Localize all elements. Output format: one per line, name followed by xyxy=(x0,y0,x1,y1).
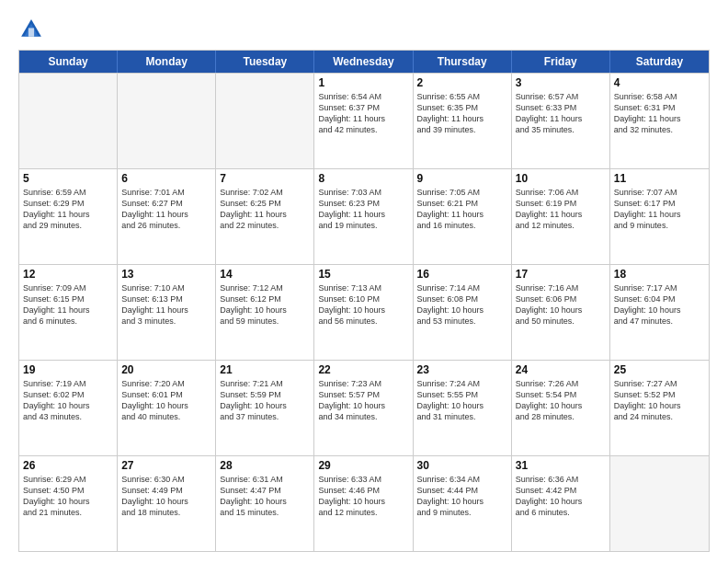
day-number: 21 xyxy=(220,363,310,376)
day-info: Sunrise: 6:54 AM Sunset: 6:37 PM Dayligh… xyxy=(318,91,408,136)
day-number: 16 xyxy=(417,268,507,281)
day-cell-25: 25Sunrise: 7:27 AM Sunset: 5:52 PM Dayli… xyxy=(610,361,709,455)
day-cell-29: 29Sunrise: 6:33 AM Sunset: 4:46 PM Dayli… xyxy=(314,456,413,551)
day-cell-20: 20Sunrise: 7:20 AM Sunset: 6:01 PM Dayli… xyxy=(118,361,216,455)
day-number: 22 xyxy=(318,363,408,376)
empty-cell-r0c0 xyxy=(19,74,118,168)
day-cell-9: 9Sunrise: 7:05 AM Sunset: 6:21 PM Daylig… xyxy=(414,169,512,264)
calendar-header: SundayMondayTuesdayWednesdayThursdayFrid… xyxy=(19,51,709,73)
day-info: Sunrise: 6:33 AM Sunset: 4:46 PM Dayligh… xyxy=(318,474,408,519)
day-info: Sunrise: 7:12 AM Sunset: 6:12 PM Dayligh… xyxy=(220,282,310,327)
day-cell-6: 6Sunrise: 7:01 AM Sunset: 6:27 PM Daylig… xyxy=(118,169,216,264)
day-number: 8 xyxy=(318,172,408,185)
weekday-header-monday: Monday xyxy=(118,51,216,73)
day-number: 11 xyxy=(614,172,705,185)
day-info: Sunrise: 6:59 AM Sunset: 6:29 PM Dayligh… xyxy=(23,187,113,232)
day-info: Sunrise: 6:34 AM Sunset: 4:44 PM Dayligh… xyxy=(417,474,507,519)
empty-cell-r4c6 xyxy=(610,456,709,551)
header xyxy=(18,17,710,42)
weekday-header-tuesday: Tuesday xyxy=(216,51,314,73)
weekday-header-saturday: Saturday xyxy=(610,51,709,73)
calendar-row-5: 26Sunrise: 6:29 AM Sunset: 4:50 PM Dayli… xyxy=(19,455,709,551)
svg-rect-2 xyxy=(28,28,34,36)
day-number: 17 xyxy=(516,268,606,281)
empty-cell-r0c2 xyxy=(216,74,314,168)
day-info: Sunrise: 7:03 AM Sunset: 6:23 PM Dayligh… xyxy=(318,187,408,232)
day-number: 26 xyxy=(23,459,113,472)
day-info: Sunrise: 7:23 AM Sunset: 5:57 PM Dayligh… xyxy=(318,378,408,423)
day-cell-23: 23Sunrise: 7:24 AM Sunset: 5:55 PM Dayli… xyxy=(414,361,512,455)
day-info: Sunrise: 6:31 AM Sunset: 4:47 PM Dayligh… xyxy=(220,474,310,519)
day-number: 20 xyxy=(121,363,211,376)
day-cell-27: 27Sunrise: 6:30 AM Sunset: 4:49 PM Dayli… xyxy=(118,456,216,551)
day-cell-17: 17Sunrise: 7:16 AM Sunset: 6:06 PM Dayli… xyxy=(512,265,610,360)
day-info: Sunrise: 7:16 AM Sunset: 6:06 PM Dayligh… xyxy=(516,282,606,327)
day-info: Sunrise: 7:09 AM Sunset: 6:15 PM Dayligh… xyxy=(23,282,113,327)
day-cell-11: 11Sunrise: 7:07 AM Sunset: 6:17 PM Dayli… xyxy=(610,169,709,264)
day-cell-14: 14Sunrise: 7:12 AM Sunset: 6:12 PM Dayli… xyxy=(216,265,314,360)
day-cell-2: 2Sunrise: 6:55 AM Sunset: 6:35 PM Daylig… xyxy=(414,74,512,168)
logo xyxy=(18,17,48,42)
day-info: Sunrise: 7:13 AM Sunset: 6:10 PM Dayligh… xyxy=(318,282,408,327)
day-info: Sunrise: 7:20 AM Sunset: 6:01 PM Dayligh… xyxy=(121,378,211,423)
day-number: 14 xyxy=(220,268,310,281)
day-info: Sunrise: 6:29 AM Sunset: 4:50 PM Dayligh… xyxy=(23,474,113,519)
day-info: Sunrise: 6:57 AM Sunset: 6:33 PM Dayligh… xyxy=(516,91,606,136)
day-number: 27 xyxy=(121,459,211,472)
day-number: 18 xyxy=(614,268,705,281)
day-cell-15: 15Sunrise: 7:13 AM Sunset: 6:10 PM Dayli… xyxy=(314,265,413,360)
day-info: Sunrise: 7:07 AM Sunset: 6:17 PM Dayligh… xyxy=(614,187,705,232)
day-info: Sunrise: 6:58 AM Sunset: 6:31 PM Dayligh… xyxy=(614,91,705,136)
day-cell-16: 16Sunrise: 7:14 AM Sunset: 6:08 PM Dayli… xyxy=(414,265,512,360)
day-cell-10: 10Sunrise: 7:06 AM Sunset: 6:19 PM Dayli… xyxy=(512,169,610,264)
day-number: 25 xyxy=(614,363,705,376)
day-info: Sunrise: 7:17 AM Sunset: 6:04 PM Dayligh… xyxy=(614,282,705,327)
day-number: 13 xyxy=(121,268,211,281)
day-number: 28 xyxy=(220,459,310,472)
calendar-row-4: 19Sunrise: 7:19 AM Sunset: 6:02 PM Dayli… xyxy=(19,360,709,455)
day-info: Sunrise: 7:01 AM Sunset: 6:27 PM Dayligh… xyxy=(121,187,211,232)
day-number: 31 xyxy=(516,459,606,472)
day-cell-22: 22Sunrise: 7:23 AM Sunset: 5:57 PM Dayli… xyxy=(314,361,413,455)
day-number: 29 xyxy=(318,459,408,472)
calendar-row-3: 12Sunrise: 7:09 AM Sunset: 6:15 PM Dayli… xyxy=(19,264,709,360)
day-number: 24 xyxy=(516,363,606,376)
day-info: Sunrise: 7:10 AM Sunset: 6:13 PM Dayligh… xyxy=(121,282,211,327)
day-number: 15 xyxy=(318,268,408,281)
page: SundayMondayTuesdayWednesdayThursdayFrid… xyxy=(0,0,728,563)
day-number: 6 xyxy=(121,172,211,185)
day-number: 19 xyxy=(23,363,113,376)
logo-icon xyxy=(18,17,44,42)
day-info: Sunrise: 6:36 AM Sunset: 4:42 PM Dayligh… xyxy=(516,474,606,519)
calendar: SundayMondayTuesdayWednesdayThursdayFrid… xyxy=(18,50,710,552)
day-cell-4: 4Sunrise: 6:58 AM Sunset: 6:31 PM Daylig… xyxy=(610,74,709,168)
day-info: Sunrise: 7:21 AM Sunset: 5:59 PM Dayligh… xyxy=(220,378,310,423)
day-info: Sunrise: 6:55 AM Sunset: 6:35 PM Dayligh… xyxy=(417,91,507,136)
day-info: Sunrise: 7:24 AM Sunset: 5:55 PM Dayligh… xyxy=(417,378,507,423)
empty-cell-r0c1 xyxy=(118,74,216,168)
day-number: 2 xyxy=(417,76,507,89)
day-cell-8: 8Sunrise: 7:03 AM Sunset: 6:23 PM Daylig… xyxy=(314,169,413,264)
day-cell-5: 5Sunrise: 6:59 AM Sunset: 6:29 PM Daylig… xyxy=(19,169,118,264)
day-number: 4 xyxy=(614,76,705,89)
day-number: 5 xyxy=(23,172,113,185)
day-cell-30: 30Sunrise: 6:34 AM Sunset: 4:44 PM Dayli… xyxy=(414,456,512,551)
day-cell-31: 31Sunrise: 6:36 AM Sunset: 4:42 PM Dayli… xyxy=(512,456,610,551)
day-number: 10 xyxy=(516,172,606,185)
day-cell-21: 21Sunrise: 7:21 AM Sunset: 5:59 PM Dayli… xyxy=(216,361,314,455)
day-cell-13: 13Sunrise: 7:10 AM Sunset: 6:13 PM Dayli… xyxy=(118,265,216,360)
weekday-header-sunday: Sunday xyxy=(19,51,118,73)
day-cell-26: 26Sunrise: 6:29 AM Sunset: 4:50 PM Dayli… xyxy=(19,456,118,551)
day-info: Sunrise: 7:14 AM Sunset: 6:08 PM Dayligh… xyxy=(417,282,507,327)
day-cell-7: 7Sunrise: 7:02 AM Sunset: 6:25 PM Daylig… xyxy=(216,169,314,264)
day-cell-12: 12Sunrise: 7:09 AM Sunset: 6:15 PM Dayli… xyxy=(19,265,118,360)
day-info: Sunrise: 6:30 AM Sunset: 4:49 PM Dayligh… xyxy=(121,474,211,519)
day-number: 12 xyxy=(23,268,113,281)
day-number: 7 xyxy=(220,172,310,185)
day-number: 1 xyxy=(318,76,408,89)
day-cell-18: 18Sunrise: 7:17 AM Sunset: 6:04 PM Dayli… xyxy=(610,265,709,360)
day-info: Sunrise: 7:02 AM Sunset: 6:25 PM Dayligh… xyxy=(220,187,310,232)
day-cell-3: 3Sunrise: 6:57 AM Sunset: 6:33 PM Daylig… xyxy=(512,74,610,168)
day-info: Sunrise: 7:27 AM Sunset: 5:52 PM Dayligh… xyxy=(614,378,705,423)
day-cell-1: 1Sunrise: 6:54 AM Sunset: 6:37 PM Daylig… xyxy=(314,74,413,168)
